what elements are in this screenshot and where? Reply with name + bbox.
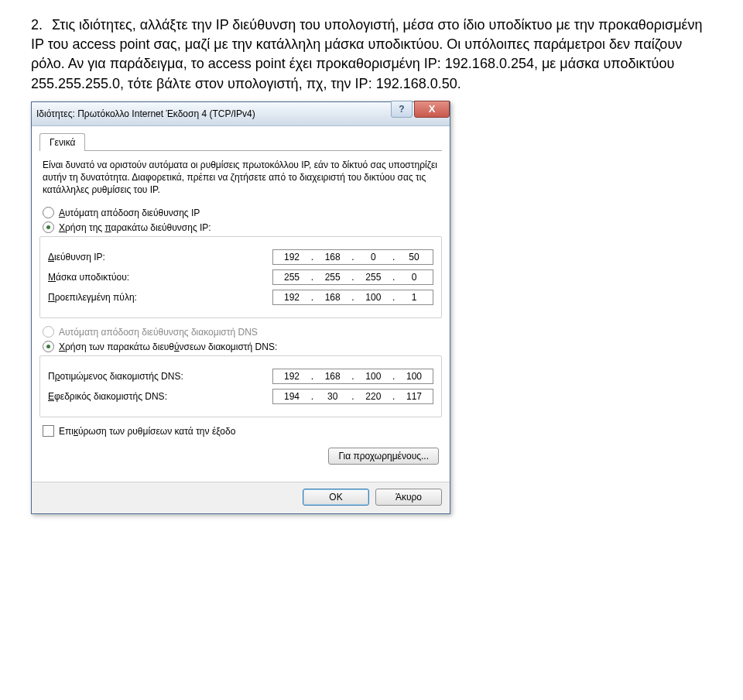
radio-auto-ip[interactable]: Αυτόματη απόδοση διεύθυνσης IP — [43, 207, 439, 218]
ip-octet[interactable]: 30 — [317, 391, 348, 402]
advanced-button[interactable]: Για προχωρημένους... — [328, 448, 439, 465]
ip-octet[interactable]: 1 — [399, 292, 430, 303]
ip-octet[interactable]: 168 — [317, 371, 348, 382]
radio-icon — [43, 326, 54, 338]
ip-octet[interactable]: 255 — [276, 272, 307, 283]
radio-auto-dns-label: Αυτόματη απόδοση διεύθυνσης διακομιστή D… — [59, 327, 258, 338]
ip-input[interactable]: 192. 168. 0. 50 — [272, 249, 433, 265]
ip-octet[interactable]: 100 — [358, 292, 389, 303]
ip-octet[interactable]: 168 — [317, 252, 348, 262]
checkbox-icon[interactable] — [43, 425, 54, 437]
help-icon[interactable]: ? — [391, 101, 413, 118]
ip-octet[interactable]: 0 — [358, 252, 389, 262]
label-ip: Διεύθυνση IP: — [48, 252, 272, 262]
radio-use-ip-label: Χρήση της παρακάτω διεύθυνσης IP: — [59, 222, 211, 233]
gateway-input[interactable]: 192. 168. 100. 1 — [272, 290, 433, 305]
ip-octet[interactable]: 192 — [276, 252, 307, 262]
radio-use-dns-label: Χρήση των παρακάτω διευθύνσεων διακομιστ… — [59, 341, 277, 352]
ip-octet[interactable]: 255 — [358, 272, 389, 283]
instruction-text: 2. Στις ιδιότητες, αλλάξτε την IP διεύθυ… — [31, 15, 712, 94]
ip-octet[interactable]: 255 — [317, 272, 348, 283]
ip-octet[interactable]: 50 — [399, 252, 430, 262]
dialog-title: Ιδιότητες: Πρωτόκολλο Internet Έκδοση 4 … — [36, 108, 255, 119]
ip-octet[interactable]: 168 — [317, 292, 348, 303]
label-dns1: Προτιμώμενος διακομιστής DNS: — [48, 371, 272, 382]
ok-button[interactable]: OK — [303, 489, 369, 506]
dns1-input[interactable]: 192. 168. 100. 100 — [272, 369, 433, 384]
close-icon[interactable]: X — [414, 101, 450, 118]
radio-use-dns[interactable]: Χρήση των παρακάτω διευθύνσεων διακομιστ… — [43, 341, 439, 352]
dns2-input[interactable]: 194. 30. 220. 117 — [272, 389, 433, 404]
ip-octet[interactable]: 194 — [276, 391, 307, 402]
instruction-body: Στις ιδιότητες, αλλάξτε την IP διεύθυνση… — [31, 17, 703, 91]
radio-icon — [43, 221, 54, 233]
ip-octet[interactable]: 100 — [399, 371, 430, 382]
ip-octet[interactable]: 192 — [276, 292, 307, 303]
tab-strip: Γενικά — [39, 132, 442, 151]
ip-octet[interactable]: 100 — [358, 371, 389, 382]
dialog-description: Είναι δυνατό να οριστούν αυτόματα οι ρυθ… — [43, 159, 439, 197]
titlebar: Ιδιότητες: Πρωτόκολλο Internet Έκδοση 4 … — [32, 102, 450, 126]
label-gateway: Προεπιλεγμένη πύλη: — [48, 292, 272, 303]
radio-icon — [43, 341, 54, 352]
ip-octet[interactable]: 192 — [276, 371, 307, 382]
ip-octet[interactable]: 220 — [358, 391, 389, 402]
radio-icon — [43, 207, 54, 218]
label-mask: Μάσκα υποδικτύου: — [48, 272, 272, 283]
validate-label: Επικύρωση των ρυθμίσεων κατά την έξοδο — [59, 426, 235, 437]
cancel-button[interactable]: Άκυρο — [375, 489, 442, 506]
list-number: 2. — [31, 15, 48, 35]
ip-fields: Διεύθυνση IP: 192. 168. 0. 50 Μάσκα υποδ… — [39, 236, 442, 318]
dialog-footer: OK Άκυρο — [32, 482, 450, 513]
validate-checkbox-row[interactable]: Επικύρωση των ρυθμίσεων κατά την έξοδο — [43, 425, 439, 437]
properties-dialog: Ιδιότητες: Πρωτόκολλο Internet Έκδοση 4 … — [31, 101, 450, 515]
dns-fields: Προτιμώμενος διακομιστής DNS: 192. 168. … — [39, 355, 442, 417]
tab-general[interactable]: Γενικά — [39, 133, 85, 151]
ip-octet[interactable]: 117 — [399, 391, 430, 402]
label-dns2: Εφεδρικός διακομιστής DNS: — [48, 391, 272, 402]
mask-input[interactable]: 255. 255. 255. 0 — [272, 269, 433, 285]
radio-use-ip[interactable]: Χρήση της παρακάτω διεύθυνσης IP: — [43, 221, 439, 233]
radio-auto-ip-label: Αυτόματη απόδοση διεύθυνσης IP — [59, 208, 200, 218]
radio-auto-dns: Αυτόματη απόδοση διεύθυνσης διακομιστή D… — [43, 326, 439, 338]
ip-octet[interactable]: 0 — [399, 272, 430, 283]
